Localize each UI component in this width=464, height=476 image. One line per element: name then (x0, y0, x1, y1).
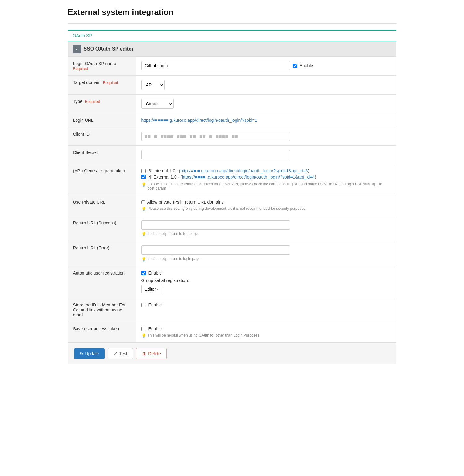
hint-icon-success: 💡 (141, 232, 146, 236)
chevron-left-icon: ‹ (76, 46, 77, 51)
tab-oauth-sp[interactable]: OAuth SP (68, 31, 97, 41)
label-private-url: Use Private URL (68, 195, 136, 216)
group-select-button[interactable]: Editor ▾ (141, 285, 163, 293)
hint-icon-private: 💡 (141, 207, 146, 211)
store-id-enable-row: Enable (141, 302, 391, 307)
row-type: Type Required Github Google Twitter Face… (68, 95, 396, 113)
auto-reg-enable-checkbox[interactable] (141, 271, 146, 275)
save-token-enable-checkbox[interactable] (141, 327, 146, 331)
value-type: Github Google Twitter Facebook (136, 95, 396, 113)
client-secret-input[interactable] (141, 150, 290, 159)
label-client-secret: Client Secret (68, 146, 136, 164)
label-target-domain: Target domain Required (68, 76, 136, 95)
client-id-input[interactable] (141, 132, 290, 141)
group-select-value: Editor (145, 287, 156, 292)
type-select[interactable]: Github Google Twitter Facebook (141, 99, 174, 109)
external-api-link[interactable]: https://■■■■ .g.kuroco.app/direct/login/… (182, 174, 315, 179)
group-set-row: Group set at registration: Editor ▾ (141, 278, 391, 293)
label-return-url-success: Return URL (Success) (68, 216, 136, 241)
delete-button[interactable]: 🗑 Delete (136, 348, 166, 359)
row-save-access-token: Save user access token Enable 💡 This wil… (68, 322, 396, 343)
label-store-id: Store the ID in Member Ext Col and link … (68, 298, 136, 322)
value-return-url-error: 💡 If left empty, return to login page. (136, 241, 396, 266)
row-client-id: Client ID (68, 127, 396, 146)
private-allow-row: Allow private IPs in return URL domains (141, 200, 391, 205)
internal-api-label: [3] Internal 1.0 - (https://■ ■ g.kuroco… (148, 168, 310, 173)
store-id-enable-checkbox[interactable] (141, 303, 146, 307)
value-private-url: Allow private IPs in return URL domains … (136, 195, 396, 216)
private-url-hint: 💡 Please use this setting only during de… (141, 206, 391, 211)
test-button[interactable]: ✓ Test (108, 348, 133, 359)
refresh-icon: ↻ (80, 351, 83, 356)
check-icon: ✓ (114, 351, 117, 356)
return-url-error-hint: 💡 If left empty, return to login page. (141, 257, 391, 262)
row-target-domain: Target domain Required API Front (68, 76, 396, 95)
back-button[interactable]: ‹ (73, 45, 81, 53)
login-sp-name-input[interactable] (141, 61, 290, 70)
bottom-bar: ↻ Update ✓ Test 🗑 Delete (68, 343, 396, 364)
row-grant-token: (API) Generate grant token [3] Internal … (68, 164, 396, 195)
auto-reg-enable-row: Enable (141, 271, 391, 275)
row-login-sp-name: Login OAuth SP name Required Enable (68, 57, 396, 76)
editor-title: SSO OAuth SP editor (84, 46, 134, 52)
private-url-label[interactable]: Allow private IPs in return URL domains (147, 200, 224, 205)
external-api-checkbox[interactable] (141, 175, 146, 179)
group-set-label: Group set at registration: (141, 278, 391, 283)
store-id-enable-label[interactable]: Enable (148, 302, 162, 307)
enable-sp-checkbox[interactable] (293, 64, 297, 68)
grant-token-item-external: [4] External 1.0 - (https://■■■■ .g.kuro… (141, 174, 391, 179)
label-login-sp-name: Login OAuth SP name Required (68, 57, 136, 76)
label-type: Type Required (68, 95, 136, 113)
value-store-id: Enable (136, 298, 396, 322)
label-login-url: Login URL (68, 113, 136, 127)
grant-token-hint: 💡 For OAuth login to generate grant toke… (141, 182, 391, 191)
required-badge-domain: Required (103, 81, 118, 85)
hint-icon-error: 💡 (141, 257, 146, 262)
tab-bar: OAuth SP (68, 30, 396, 41)
editor-header: ‹ SSO OAuth SP editor (68, 42, 396, 57)
editor-section: ‹ SSO OAuth SP editor Login OAuth SP nam… (68, 41, 396, 343)
value-save-access-token: Enable 💡 This will be helpful when using… (136, 322, 396, 343)
row-store-id: Store the ID in Member Ext Col and link … (68, 298, 396, 322)
save-token-enable-label[interactable]: Enable (148, 326, 162, 331)
page-divider (68, 23, 396, 24)
required-badge-type: Required (85, 99, 100, 104)
value-target-domain: API Front (136, 76, 396, 95)
label-client-id: Client ID (68, 127, 136, 146)
row-return-url-success: Return URL (Success) 💡 If left empty, re… (68, 216, 396, 241)
trash-icon: 🗑 (142, 351, 146, 356)
target-domain-select[interactable]: API Front (141, 80, 165, 90)
value-auto-registration: Enable Group set at registration: Editor… (136, 266, 396, 298)
row-client-secret: Client Secret (68, 146, 396, 164)
row-private-url: Use Private URL Allow private IPs in ret… (68, 195, 396, 216)
private-url-checkbox[interactable] (141, 200, 145, 204)
form-table: Login OAuth SP name Required Enable (68, 57, 396, 342)
login-url-link[interactable]: https://■ ■■■■ g.kuroco.app/direct/login… (141, 118, 257, 123)
hint-icon-grant: 💡 (141, 182, 146, 191)
value-login-sp-name: Enable (136, 57, 396, 76)
row-return-url-error: Return URL (Error) 💡 If left empty, retu… (68, 241, 396, 266)
row-auto-registration: Automatic user registration Enable Group… (68, 266, 396, 298)
auto-reg-enable-label[interactable]: Enable (148, 271, 162, 275)
label-grant-token: (API) Generate grant token (68, 164, 136, 195)
hint-icon-save-token: 💡 (141, 333, 146, 338)
row-login-url: Login URL https://■ ■■■■ g.kuroco.app/di… (68, 113, 396, 127)
value-client-id (136, 127, 396, 146)
internal-api-link[interactable]: https://■ ■ g.kuroco.app/direct/login/oa… (180, 168, 308, 173)
value-client-secret (136, 146, 396, 164)
save-token-enable-row: Enable (141, 326, 391, 331)
grant-token-item-internal: [3] Internal 1.0 - (https://■ ■ g.kuroco… (141, 168, 391, 173)
page-title: External system integration (68, 7, 396, 17)
update-button[interactable]: ↻ Update (74, 348, 105, 359)
return-url-success-input[interactable] (141, 220, 290, 230)
required-badge: Required (73, 67, 131, 71)
enable-sp-label[interactable]: Enable (300, 63, 313, 68)
internal-api-checkbox[interactable] (141, 169, 146, 173)
return-url-error-input[interactable] (141, 245, 290, 255)
chevron-down-icon: ▾ (157, 287, 159, 291)
label-return-url-error: Return URL (Error) (68, 241, 136, 266)
value-return-url-success: 💡 If left empty, return to top page. (136, 216, 396, 241)
value-login-url: https://■ ■■■■ g.kuroco.app/direct/login… (136, 113, 396, 127)
return-url-success-hint: 💡 If left empty, return to top page. (141, 231, 391, 236)
external-api-label: [4] External 1.0 - (https://■■■■ .g.kuro… (148, 174, 316, 179)
